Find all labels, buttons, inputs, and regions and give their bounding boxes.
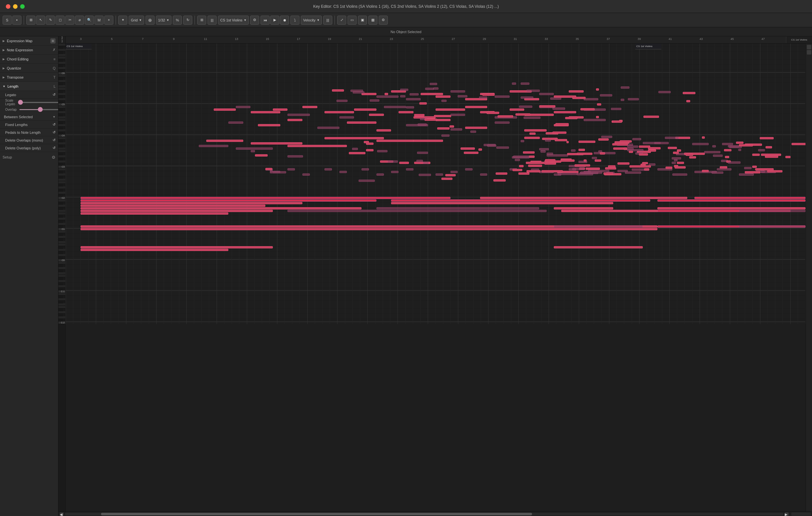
piano-key-A3[interactable] bbox=[58, 142, 65, 145]
note[interactable] bbox=[767, 170, 783, 173]
piano-key-C0[interactable]: C0 bbox=[58, 259, 65, 262]
piano-key-A#5[interactable] bbox=[58, 77, 63, 80]
note[interactable] bbox=[745, 171, 760, 174]
note[interactable] bbox=[406, 98, 421, 100]
note[interactable] bbox=[760, 137, 774, 139]
piano-key-A2[interactable] bbox=[58, 174, 65, 176]
note[interactable] bbox=[410, 93, 418, 95]
note[interactable] bbox=[510, 109, 525, 111]
piano-key-D3[interactable] bbox=[58, 160, 65, 163]
note[interactable] bbox=[81, 246, 273, 248]
piano-key-B3[interactable] bbox=[58, 137, 65, 140]
legato-item[interactable]: Legato ↺ bbox=[0, 91, 58, 99]
piano-key-G-2[interactable] bbox=[58, 303, 65, 306]
note[interactable] bbox=[577, 173, 593, 175]
scroll-left-btn[interactable]: ◀ bbox=[60, 512, 64, 516]
note[interactable] bbox=[251, 150, 255, 152]
note[interactable] bbox=[528, 164, 542, 167]
note[interactable] bbox=[465, 127, 487, 129]
note[interactable] bbox=[370, 99, 379, 102]
note[interactable] bbox=[518, 173, 529, 175]
note[interactable] bbox=[728, 145, 739, 147]
note[interactable] bbox=[658, 91, 671, 93]
piano-key-F4[interactable] bbox=[58, 121, 63, 124]
piano-key-G2[interactable] bbox=[58, 179, 65, 181]
note[interactable] bbox=[434, 115, 451, 117]
piano-key-C#0[interactable] bbox=[58, 256, 63, 259]
scrollbar-track[interactable] bbox=[65, 513, 783, 515]
note[interactable] bbox=[451, 171, 458, 173]
track-dropdown[interactable]: CS 1st Violins ▼ bbox=[218, 16, 249, 25]
piano-key-D#0[interactable] bbox=[58, 251, 63, 254]
note[interactable] bbox=[206, 140, 243, 142]
piano-key-B6[interactable] bbox=[58, 43, 65, 46]
note[interactable] bbox=[765, 156, 778, 158]
note[interactable] bbox=[302, 106, 317, 108]
note[interactable] bbox=[391, 171, 399, 173]
note[interactable] bbox=[376, 140, 413, 142]
note[interactable] bbox=[597, 103, 602, 105]
note[interactable] bbox=[441, 134, 450, 137]
note[interactable] bbox=[521, 83, 529, 85]
note[interactable] bbox=[539, 105, 555, 108]
piano-key-E-1[interactable] bbox=[58, 280, 65, 282]
piano-key-E1[interactable] bbox=[58, 218, 65, 220]
note[interactable] bbox=[436, 174, 443, 176]
note[interactable] bbox=[423, 162, 429, 164]
note[interactable] bbox=[629, 151, 633, 153]
note[interactable] bbox=[572, 168, 584, 170]
piano-key-G#5[interactable] bbox=[58, 83, 63, 85]
note[interactable] bbox=[521, 96, 533, 99]
piano-key-A#-2[interactable] bbox=[58, 296, 63, 298]
note[interactable] bbox=[554, 225, 642, 227]
note[interactable] bbox=[332, 89, 344, 92]
note[interactable] bbox=[465, 106, 487, 108]
piano-key-D#-1[interactable] bbox=[58, 282, 63, 285]
piano-key-G1[interactable] bbox=[58, 210, 65, 212]
piano-key-A0[interactable] bbox=[58, 236, 65, 238]
note[interactable] bbox=[436, 95, 451, 98]
piano-key-D4[interactable] bbox=[58, 129, 65, 132]
note[interactable] bbox=[526, 90, 540, 92]
piano-key-F2[interactable] bbox=[58, 184, 63, 186]
rewind-btn[interactable]: ⏮ bbox=[260, 16, 269, 25]
note[interactable] bbox=[555, 123, 569, 125]
delete-overlaps-poly-btn[interactable]: ↺ bbox=[53, 146, 56, 150]
note[interactable] bbox=[337, 100, 348, 102]
note[interactable] bbox=[515, 159, 520, 161]
note[interactable] bbox=[722, 143, 733, 145]
setup-gear-icon[interactable]: ⚙ bbox=[52, 155, 56, 160]
note[interactable] bbox=[376, 95, 399, 98]
note[interactable] bbox=[425, 88, 434, 90]
note[interactable] bbox=[524, 129, 546, 131]
note[interactable] bbox=[550, 97, 561, 100]
note[interactable] bbox=[724, 149, 731, 151]
piano-key-F#6[interactable] bbox=[58, 57, 65, 59]
note[interactable] bbox=[420, 93, 443, 95]
piano-key-E2[interactable] bbox=[58, 186, 65, 189]
note[interactable] bbox=[349, 152, 365, 154]
note[interactable] bbox=[648, 147, 661, 149]
note[interactable] bbox=[639, 153, 648, 156]
note[interactable] bbox=[384, 93, 388, 95]
note[interactable] bbox=[529, 132, 535, 135]
note[interactable] bbox=[496, 173, 508, 175]
expand-btn[interactable]: ⤢ bbox=[337, 16, 346, 25]
piano-key-F-1[interactable] bbox=[58, 277, 63, 280]
piano-key-D5[interactable] bbox=[58, 98, 65, 101]
note[interactable] bbox=[765, 146, 772, 148]
note[interactable] bbox=[270, 171, 286, 174]
note[interactable] bbox=[628, 98, 639, 100]
note[interactable] bbox=[555, 139, 568, 141]
piano-key-G#-1[interactable] bbox=[58, 270, 63, 272]
note[interactable] bbox=[450, 125, 454, 128]
note[interactable] bbox=[552, 108, 565, 110]
piano-key-A1[interactable] bbox=[58, 205, 65, 207]
piano-key-A6[interactable] bbox=[58, 49, 65, 51]
note[interactable] bbox=[544, 162, 556, 164]
note[interactable] bbox=[451, 128, 462, 130]
piano-key-C#-1[interactable] bbox=[58, 288, 63, 290]
piano-key-F#4[interactable] bbox=[58, 119, 65, 121]
note[interactable] bbox=[487, 112, 499, 114]
note[interactable] bbox=[702, 136, 705, 139]
